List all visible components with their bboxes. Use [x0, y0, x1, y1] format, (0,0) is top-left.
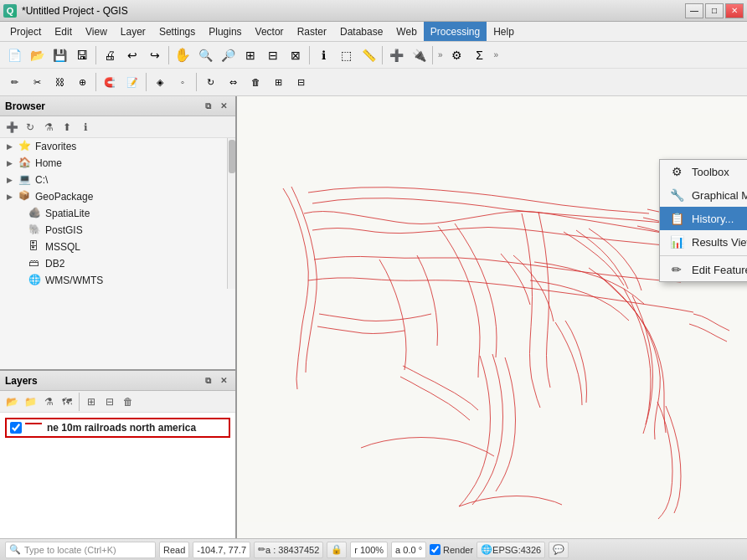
layers-close-button[interactable]: ✕	[217, 374, 230, 388]
identify-button[interactable]: ℹ	[312, 44, 334, 66]
browser-float-button[interactable]: ⧉	[201, 100, 214, 113]
toolbar-overflow[interactable]: »	[492, 49, 502, 61]
close-button[interactable]: ✕	[725, 3, 744, 18]
menu-settings[interactable]: Settings	[152, 22, 202, 41]
undo-button[interactable]: ↩	[121, 44, 143, 66]
node-tool[interactable]: ◈	[149, 71, 171, 93]
processing-toolbox-icon[interactable]: ⚙	[446, 44, 468, 66]
menu-web[interactable]: Web	[389, 22, 423, 41]
browser-filter-btn[interactable]: ⚗	[40, 119, 57, 136]
menu-item-graphical-modeler[interactable]: 🔧 Graphical Modeler... Ctrl+Alt+M	[660, 183, 747, 207]
digitize-btn-4[interactable]: ⊕	[71, 71, 93, 93]
browser-properties-btn[interactable]: ℹ	[77, 119, 94, 136]
layers-filter-btn[interactable]: ⚗	[40, 393, 57, 410]
menu-item-edit-features[interactable]: ✏ Edit Features In-Place	[660, 258, 747, 281]
layers-filter-map-btn[interactable]: 🗺	[59, 393, 75, 410]
measure-button[interactable]: 📏	[358, 44, 379, 66]
db2-icon: 🗃	[28, 257, 42, 270]
menu-view[interactable]: View	[79, 22, 114, 41]
layers-content: ne 10m railroads north america	[0, 413, 235, 538]
plugins-button[interactable]: 🔌	[408, 44, 430, 66]
menu-help[interactable]: Help	[487, 22, 521, 41]
print-layout-button[interactable]: 🖨	[99, 44, 121, 66]
coordinate-display: -104.7, 77.7	[193, 542, 250, 558]
browser-item-favorites[interactable]: ▶ ⭐ Favorites	[0, 138, 227, 155]
delete-btn[interactable]: 🗑	[245, 71, 266, 93]
split-btn[interactable]: ⊟	[290, 71, 312, 93]
menu-layer[interactable]: Layer	[114, 22, 152, 41]
vertex-btn[interactable]: ◦	[172, 71, 193, 93]
layers-collapse-all-btn[interactable]: ⊟	[101, 393, 118, 410]
menu-database[interactable]: Database	[333, 22, 389, 41]
digitize-btn-2[interactable]: ✂	[26, 71, 48, 93]
browser-item-spatialite[interactable]: 🪨 SpatiaLite	[0, 205, 227, 222]
snap-btn[interactable]: 🧲	[99, 71, 121, 93]
map-area[interactable]: ⚙ Toolbox Ctrl+Alt+T 🔧 Graphical Modeler…	[237, 96, 747, 538]
title-bar: Q *Untitled Project - QGIS — □ ✕	[0, 0, 747, 22]
menu-project[interactable]: Project	[3, 22, 48, 41]
toolbar-more-button[interactable]: »	[435, 49, 446, 61]
menu-item-toolbox[interactable]: ⚙ Toolbox Ctrl+Alt+T	[660, 160, 747, 183]
menu-edit[interactable]: Edit	[48, 22, 79, 41]
toolbar-separator-8	[196, 73, 197, 91]
layer-visibility-checkbox[interactable]	[10, 422, 22, 434]
move-btn[interactable]: ⇔	[222, 71, 244, 93]
browser-refresh-btn[interactable]: ↻	[22, 119, 39, 136]
epsg-button[interactable]: 🌐 EPSG:4326	[477, 542, 545, 558]
browser-item-mssql[interactable]: 🗄 MSSQL	[0, 239, 227, 255]
browser-item-postgis[interactable]: 🐘 PostGIS	[0, 222, 227, 239]
digitize-btn-1[interactable]: ✏	[3, 71, 25, 93]
menu-processing[interactable]: Processing	[424, 22, 487, 41]
zoom-in-button[interactable]: 🔍	[194, 44, 216, 66]
edit-features-icon: ✏	[668, 261, 685, 278]
menu-item-results-viewer[interactable]: 📊 Results Viewer Ctrl+Alt+R	[660, 230, 747, 254]
locate-bar[interactable]: 🔍 Type to locate (Ctrl+K)	[5, 542, 156, 558]
browser-item-c[interactable]: ▶ 💻 C:\	[0, 172, 227, 188]
messages-button[interactable]: 💬	[549, 542, 569, 558]
lock-button[interactable]: 🔒	[327, 542, 347, 558]
rotate-btn[interactable]: ↻	[199, 71, 221, 93]
pan-button[interactable]: ✋	[172, 44, 193, 66]
browser-item-wms[interactable]: 🌐 WMS/WMTS	[0, 272, 227, 289]
add-layer-button[interactable]: ➕	[385, 44, 407, 66]
render-toggle[interactable]: Render	[430, 544, 473, 555]
layers-expand-all-btn[interactable]: ⊞	[83, 393, 100, 410]
menu-vector[interactable]: Vector	[249, 22, 291, 41]
menu-item-history[interactable]: 📋 History... Ctrl+Alt+H	[660, 207, 747, 230]
redo-button[interactable]: ↪	[144, 44, 166, 66]
open-project-button[interactable]: 📂	[26, 44, 48, 66]
new-project-button[interactable]: 📄	[3, 44, 25, 66]
edit-btn[interactable]: 📝	[121, 71, 143, 93]
layers-open-btn[interactable]: 📂	[3, 393, 20, 410]
zoom-selection-button[interactable]: ⊠	[285, 44, 307, 66]
save-project-button[interactable]: 💾	[49, 44, 70, 66]
layers-float-button[interactable]: ⧉	[201, 374, 214, 388]
save-as-button[interactable]: 🖫	[71, 44, 93, 66]
minimize-button[interactable]: —	[685, 3, 703, 18]
zoom-full-button[interactable]: ⊞	[240, 44, 261, 66]
browser-item-geopackage[interactable]: ▶ 📦 GeoPackage	[0, 188, 227, 205]
merge-btn[interactable]: ⊞	[267, 71, 289, 93]
layers-add-group-btn[interactable]: 📁	[22, 393, 39, 410]
layer-item-railroads[interactable]: ne 10m railroads north america	[5, 418, 230, 438]
maximize-button[interactable]: □	[705, 3, 724, 18]
select-button[interactable]: ⬚	[335, 44, 357, 66]
digitize-btn-3[interactable]: ⛓	[49, 71, 70, 93]
mssql-icon: 🗄	[28, 240, 42, 254]
sigma-button[interactable]: Σ	[469, 44, 491, 66]
layers-remove-btn[interactable]: 🗑	[120, 393, 137, 410]
zoom-layer-button[interactable]: ⊟	[262, 44, 284, 66]
zoom-out-button[interactable]: 🔎	[217, 44, 239, 66]
browser-add-btn[interactable]: ➕	[3, 119, 20, 136]
browser-item-home[interactable]: ▶ 🏠 Home	[0, 155, 227, 172]
menu-plugins[interactable]: Plugins	[202, 22, 248, 41]
browser-close-button[interactable]: ✕	[217, 100, 230, 113]
browser-collapse-btn[interactable]: ⬆	[59, 119, 75, 136]
scale-display[interactable]: ✏ a : 38437452	[254, 542, 323, 558]
browser-scrollbar[interactable]	[227, 138, 235, 289]
browser-item-db2[interactable]: 🗃 DB2	[0, 255, 227, 272]
history-label: History...	[692, 213, 747, 225]
layer-name: ne 10m railroads north america	[47, 422, 196, 434]
menu-raster[interactable]: Raster	[291, 22, 333, 41]
render-checkbox[interactable]	[430, 544, 440, 555]
